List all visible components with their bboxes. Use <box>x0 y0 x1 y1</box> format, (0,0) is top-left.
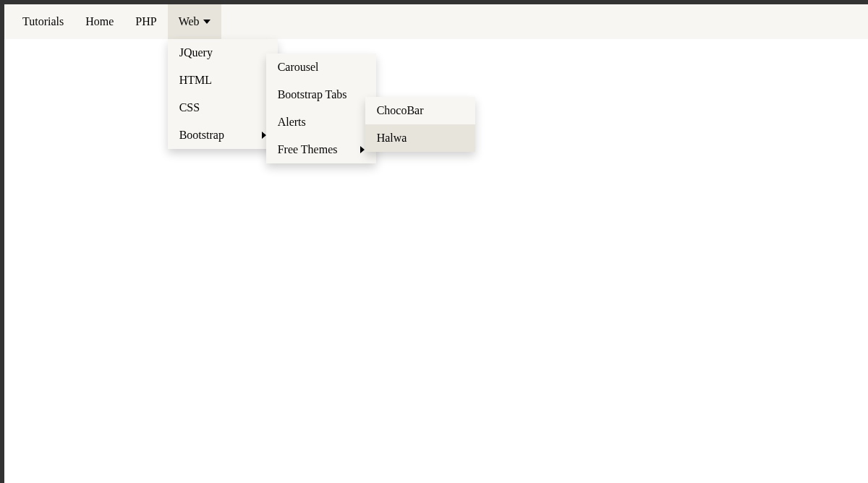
dropdown-item-css[interactable]: CSS <box>168 94 278 121</box>
dropdown-item-bootstrap[interactable]: Bootstrap <box>168 121 278 149</box>
nav-label: Tutorials <box>22 15 64 28</box>
dropdown-label: ChocoBar <box>377 104 424 117</box>
nav-label: Web <box>179 15 200 28</box>
dropdown-label: HTML <box>179 74 212 87</box>
dropdown-item-carousel[interactable]: Carousel <box>266 54 376 81</box>
nav-tutorials[interactable]: Tutorials <box>12 4 75 39</box>
dropdown-item-html[interactable]: HTML <box>168 67 278 94</box>
dropdown-web: JQuery HTML CSS Bootstrap <box>168 39 278 149</box>
dropdown-label: JQuery <box>179 46 213 59</box>
caret-down-icon <box>203 20 210 24</box>
dropdown-item-bootstrap-tabs[interactable]: Bootstrap Tabs <box>266 81 376 108</box>
nav-label: PHP <box>135 15 156 28</box>
dropdown-label: Free Themes <box>278 143 338 156</box>
dropdown-label: Halwa <box>377 132 407 145</box>
nav-label: Home <box>85 15 114 28</box>
dropdown-bootstrap: Carousel Bootstrap Tabs Alerts Free Them… <box>266 54 376 163</box>
nav-home[interactable]: Home <box>75 4 124 39</box>
dropdown-label: Alerts <box>278 116 306 129</box>
navbar: Tutorials Home PHP Web JQuery HTML CSS <box>4 4 868 39</box>
dropdown-item-free-themes[interactable]: Free Themes <box>266 136 376 163</box>
nav-php[interactable]: PHP <box>124 4 167 39</box>
dropdown-label: Bootstrap <box>179 129 224 142</box>
dropdown-item-halwa[interactable]: Halwa <box>365 124 475 152</box>
dropdown-free-themes: ChocoBar Halwa <box>365 97 475 152</box>
dropdown-label: Carousel <box>278 61 319 74</box>
dropdown-item-jquery[interactable]: JQuery <box>168 39 278 67</box>
dropdown-item-alerts[interactable]: Alerts <box>266 108 376 136</box>
app-frame: Tutorials Home PHP Web JQuery HTML CSS <box>0 0 868 483</box>
nav-web[interactable]: Web JQuery HTML CSS Bootstrap <box>168 4 221 39</box>
dropdown-label: Bootstrap Tabs <box>278 88 347 101</box>
dropdown-label: CSS <box>179 101 200 114</box>
dropdown-item-chocobar[interactable]: ChocoBar <box>365 97 475 124</box>
caret-right-icon <box>360 146 365 153</box>
